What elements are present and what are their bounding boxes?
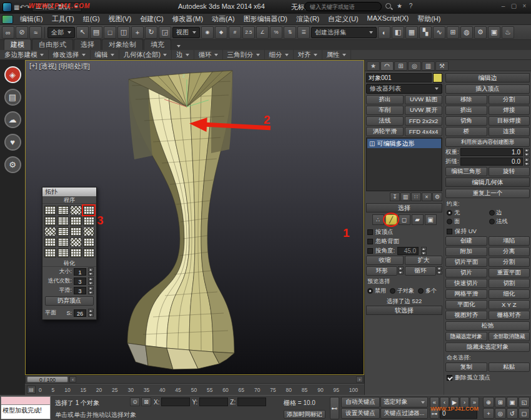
menu-item[interactable]: 视图(V): [104, 13, 136, 25]
previous-frame-arrow[interactable]: ‹: [69, 376, 76, 382]
named-selection-set-combo[interactable]: 创建选择集: [311, 27, 377, 38]
topology-pattern-button[interactable]: [57, 206, 69, 215]
tab-populate[interactable]: 填充: [144, 39, 171, 50]
topology-pattern-button[interactable]: [70, 206, 82, 215]
field-of-view-icon[interactable]: ◎: [495, 408, 506, 419]
zoom-icon[interactable]: ⊕: [483, 397, 494, 408]
menu-item[interactable]: 渲染(R): [292, 13, 324, 25]
by-angle-checkbox[interactable]: [367, 248, 373, 254]
ribbon-minimize-caret-icon[interactable]: [177, 45, 181, 48]
object-name-field[interactable]: 对象001: [366, 73, 432, 82]
document-icon[interactable]: ▤: [4, 89, 21, 106]
selection-filter-dropdown[interactable]: 全部: [47, 27, 75, 38]
field-value[interactable]: 1: [74, 268, 86, 276]
edit-edges-button[interactable]: 分割: [489, 95, 530, 104]
modifier-button[interactable]: 车削: [366, 106, 404, 115]
plane-label[interactable]: 平面: [45, 309, 56, 317]
set-key-button[interactable]: 设置关键点: [341, 408, 380, 419]
logo-ball-icon[interactable]: ◈: [4, 66, 21, 83]
menu-item[interactable]: MAXScript(X): [363, 13, 414, 25]
ribbon-panel-label[interactable]: 循环: [194, 50, 223, 59]
topology-pattern-button[interactable]: [70, 216, 82, 226]
help-icon[interactable]: ?: [406, 2, 415, 11]
close-icon[interactable]: ×: [520, 2, 529, 11]
topology-pattern-button[interactable]: [44, 216, 56, 226]
checkbox[interactable]: [367, 229, 373, 235]
viewport-view-menu[interactable]: [透视]: [39, 62, 57, 71]
y-coordinate-field[interactable]: [199, 398, 228, 406]
topology-pattern-button[interactable]: [44, 227, 56, 236]
ribbon-panel-label[interactable]: 细分: [265, 50, 294, 59]
ribbon-panel-label[interactable]: 对齐: [294, 50, 322, 59]
s-value[interactable]: 26: [74, 309, 86, 317]
gear-icon[interactable]: ⚙: [4, 156, 21, 173]
ribbon-panel-label[interactable]: 几何体(全部): [119, 50, 172, 59]
3dsmax-logo-icon[interactable]: [2, 2, 12, 12]
schematic-view-icon[interactable]: ⊞: [447, 26, 459, 39]
menu-item[interactable]: 自定义(U): [324, 13, 362, 25]
zoom-all-icon[interactable]: ⊞: [495, 397, 506, 408]
checkbox[interactable]: [367, 239, 373, 244]
menu-item[interactable]: 创建(C): [136, 13, 167, 25]
auto-key-button[interactable]: 自动关键点: [341, 397, 380, 408]
viewport-general-menu[interactable]: [+]: [29, 62, 37, 71]
preview-radio[interactable]: 禁用: [367, 287, 386, 295]
next-frame-arrow[interactable]: ›: [356, 376, 363, 382]
layer-manager-icon[interactable]: ▦: [405, 26, 418, 39]
zoom-extents-icon[interactable]: ▣: [507, 397, 518, 408]
macro-recorder-line[interactable]: [1, 396, 51, 405]
heart-icon[interactable]: ♥: [4, 134, 21, 151]
snap-toggle-icon[interactable]: 2.5: [242, 26, 255, 39]
minimize-icon[interactable]: –: [499, 2, 508, 11]
tab-display[interactable]: ▥: [422, 61, 435, 71]
curve-editor-icon[interactable]: ∿: [433, 26, 445, 39]
ribbon-panel-label[interactable]: 多边形建模: [0, 50, 49, 59]
render-setup-icon[interactable]: ⚙: [474, 26, 487, 39]
zoom-extents-all-icon[interactable]: ◱: [519, 397, 530, 408]
application-menu-button[interactable]: [2, 15, 13, 24]
rendered-frame-icon[interactable]: ▣: [488, 26, 500, 39]
edit-edges-button[interactable]: 焊接: [489, 106, 530, 115]
modifier-button[interactable]: 挤出: [366, 95, 404, 104]
maximize-viewport-icon[interactable]: ▢: [519, 408, 530, 419]
key-selection-filter-dropdown[interactable]: 选定对象: [380, 397, 428, 408]
menu-item[interactable]: 编辑(E): [16, 13, 47, 25]
field-value[interactable]: 3: [74, 287, 86, 294]
menu-item[interactable]: 动画(A): [207, 13, 239, 25]
select-and-scale-icon[interactable]: ◲: [159, 26, 171, 39]
material-editor-icon[interactable]: ◍: [460, 26, 473, 39]
insert-vertex-button[interactable]: 插入顶点: [445, 84, 530, 94]
tab-freeform[interactable]: 自由形式: [32, 39, 73, 50]
keyboard-override-icon[interactable]: #: [229, 26, 241, 39]
spinner[interactable]: [88, 286, 94, 294]
perspective-viewport[interactable]: [+] [透视] [明暗处理]: [25, 60, 364, 375]
reference-coordinate-dropdown[interactable]: 视图: [172, 27, 200, 38]
align-icon[interactable]: ◧: [392, 26, 404, 39]
rectangular-selection-region-icon[interactable]: □: [104, 26, 116, 39]
tab-modify[interactable]: ◠: [380, 61, 394, 71]
spinner[interactable]: [88, 268, 94, 276]
edit-edges-button[interactable]: 挤出: [445, 106, 487, 115]
ribbon-toggle-icon[interactable]: ▚: [419, 26, 432, 39]
topology-pattern-button[interactable]: [44, 206, 56, 215]
maximize-icon[interactable]: ▢: [509, 2, 519, 11]
tab-create[interactable]: ★: [367, 61, 380, 71]
open-mini-curve-editor-icon[interactable]: ▤: [27, 386, 36, 394]
select-and-manipulate-icon[interactable]: ◆: [215, 26, 227, 39]
named-selection-sets-icon[interactable]: ☰: [297, 26, 310, 39]
time-slider[interactable]: 0 / 100 ‹ ›: [25, 375, 364, 384]
ribbon-panel-label[interactable]: 属性: [322, 50, 351, 59]
infocenter-search-input[interactable]: [304, 2, 382, 11]
window-crossing-icon[interactable]: ◫: [117, 26, 130, 39]
unlink-selection-icon[interactable]: ⊘: [16, 26, 28, 39]
select-object-icon[interactable]: ↖: [76, 26, 89, 39]
menu-item[interactable]: 组(G): [79, 13, 104, 25]
modifier-button[interactable]: UVW 展开: [405, 106, 442, 115]
add-time-tag-button[interactable]: 添加时间标记: [284, 410, 325, 419]
ribbon-panel-label[interactable]: 边: [172, 50, 194, 59]
delete-isolated-vertices-checkbox[interactable]: [447, 375, 452, 381]
set-keys-button[interactable]: ⊷: [330, 397, 339, 419]
topology-pattern-button[interactable]: [83, 216, 95, 226]
mirror-icon[interactable]: ◐: [378, 26, 390, 39]
topology-pattern-button[interactable]: [83, 248, 95, 258]
